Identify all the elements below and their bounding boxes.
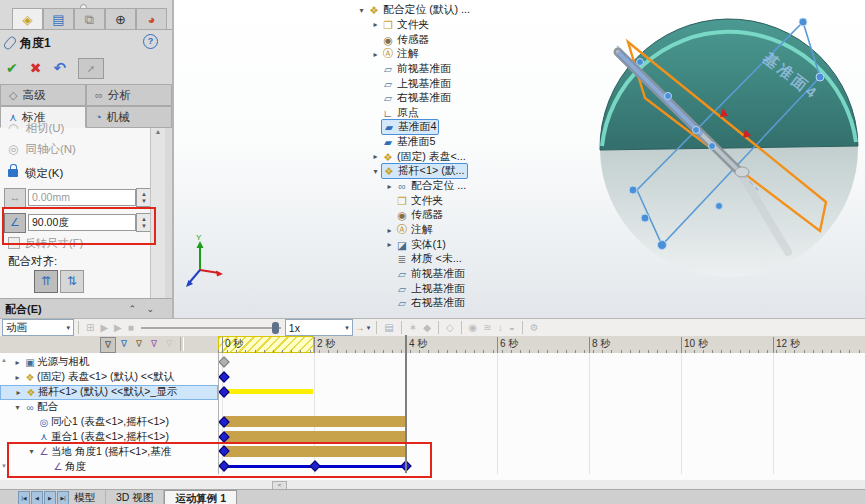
filter-results[interactable]: ∇ [162,337,176,351]
detach-button[interactable]: ➚ [78,58,104,79]
flyout-item-17[interactable]: ≣材质 <未... [384,252,464,267]
mate-type-lock[interactable]: 锁定(K) [8,164,63,182]
display-manager-tab[interactable]: ◕ [136,8,167,30]
mode-tab-0[interactable]: ◇高级 [0,84,86,106]
sheet-nav-button-1[interactable]: ◀ [31,491,43,504]
flyout-item-14[interactable]: ◉传感器 [384,208,445,223]
playback-speed-select[interactable]: 1x▾ [285,319,353,336]
change-bar-row-4[interactable] [224,416,405,427]
filter-animated[interactable]: ∇ [132,337,146,351]
distance-icon[interactable]: ↔ [4,188,26,208]
flyout-item-0[interactable]: ▾❖配合定位 (默认) ... [356,3,472,18]
change-bar-row-2[interactable] [224,389,313,394]
flyout-item-8[interactable]: ▰基准面4 [370,120,439,135]
motion-tree-item-2[interactable]: ▸❖摇杆<1> (默认) <<默认>_显示 [0,385,218,400]
flyout-item-16[interactable]: ▸◪实体(1) [384,237,448,252]
timeline-zoom-slider[interactable] [141,321,281,334]
feature-manager-tab[interactable]: ▤ [43,8,74,30]
expand-arrow-icon[interactable]: ▸ [370,20,381,29]
keyframe-row0-0[interactable] [218,356,229,367]
timeline-ruler[interactable]: 0 秒2 秒4 秒6 秒8 秒10 秒12 秒 [218,336,865,354]
dial-disc[interactable] [600,19,858,150]
motion-tree-item-0[interactable]: ▸▣光源与相机 [0,355,219,370]
mate-type-tangent[interactable]: ◠ 相切(U) [8,119,64,137]
expand-arrow-icon[interactable]: ▾ [370,167,381,176]
change-bar-row-5[interactable] [224,431,405,442]
motion-tree-item-1[interactable]: ▸❖(固定) 表盘<1> (默认) <<默认 [0,370,219,385]
ok-button[interactable]: ✔ [6,60,18,76]
stop-button[interactable]: ■ [128,322,134,333]
flyout-item-12[interactable]: ▸∞配合定位 ... [384,179,468,194]
flyout-item-10[interactable]: ▸❖(固定) 表盘<... [370,150,468,165]
graphics-area[interactable]: 基准面4 Y ▾❖配合定位 (默认) ...▸❐文件夹◉传感器▸Ⓐ注解▱前视基准… [172,0,865,318]
flyout-item-2[interactable]: ◉传感器 [370,32,431,47]
contact-button[interactable]: ◒ [509,322,515,333]
motion-tree-item-3[interactable]: ▾∞配合 [0,400,219,415]
mates-group-footer[interactable]: 配合(E) ⌃ ⌄ [0,298,172,319]
flyout-item-1[interactable]: ▸❐文件夹 [370,18,431,33]
play-button[interactable]: ▶ [114,322,122,333]
expand-arrow-icon[interactable]: ▸ [384,240,395,249]
expand-arrow-icon[interactable]: ▸ [12,358,23,367]
add-key-button[interactable]: ◇ [446,322,454,333]
play-from-start-button[interactable]: ▶ [100,322,108,333]
save-animation-button[interactable]: ▤ [384,322,393,333]
mate-type-concentric[interactable]: ◎ 同轴心(N) [8,140,76,158]
force-button[interactable]: ↓ [498,322,503,333]
flyout-item-3[interactable]: ▸Ⓐ注解 [370,47,421,62]
anti-aligned-button[interactable]: ⇅ [60,270,84,293]
motion-tree-item-4[interactable]: ◎同心1 (表盘<1>,摇杆<1>) [0,415,219,430]
motor-button[interactable]: ◉ [469,322,478,333]
collapse-carets[interactable]: ⌃ ⌄ [128,304,158,314]
expand-arrow-icon[interactable]: ▸ [12,373,23,382]
help-icon[interactable]: ? [143,34,158,49]
sheet-nav-button-2[interactable]: ▶ [44,491,56,504]
flyout-item-11[interactable]: ▾❖摇杆<1> (默... [370,164,468,179]
flyout-item-19[interactable]: ▱上视基准面 [384,281,467,296]
keyframe-row1-0[interactable] [218,371,229,382]
flyout-item-4[interactable]: ▱前视基准面 [370,62,453,77]
expand-arrow-icon[interactable]: ▾ [356,6,367,15]
flyout-item-7[interactable]: ∟原点 [370,106,421,121]
expand-arrow-icon[interactable]: ▸ [370,50,381,59]
spring-button[interactable]: ≋ [483,322,491,333]
flyout-item-label: 传感器 [409,208,445,222]
filter-selected[interactable]: ∇ [147,337,161,351]
tree-scroll-up[interactable]: ▲ [1,357,7,363]
filter-all[interactable]: ∇ [100,337,116,353]
properties-button[interactable]: ⚙ [530,322,539,333]
flyout-item-5[interactable]: ▱上视基准面 [370,76,453,91]
mode-tab-1[interactable]: ∞分析 [86,84,172,106]
undo-button[interactable]: ↶ [53,59,66,77]
configuration-manager-tab[interactable]: ⧉ [74,8,105,30]
playback-mode-button[interactable]: →▾ [355,322,371,333]
flyout-item-18[interactable]: ▱前视基准面 [384,267,467,282]
animation-wizard-button[interactable]: ✶ [409,322,417,333]
aligned-button[interactable]: ⇈ [34,270,58,293]
expand-arrow-icon[interactable]: ▾ [12,403,23,412]
slider-handle[interactable] [272,322,279,334]
calculate-button[interactable]: ⊞ [86,322,94,333]
cancel-button[interactable]: ✖ [30,60,42,76]
keyframe-row2-0[interactable] [218,386,229,397]
expand-arrow-icon[interactable]: ▸ [384,226,395,235]
dimxpert-manager-tab[interactable]: ⊕ [105,8,136,30]
expand-arrow-icon[interactable]: ▸ [370,152,381,161]
doc-tab-2[interactable]: 运动算例 1 [164,490,237,504]
property-manager-tab[interactable]: ◈ [12,8,43,30]
filter-driving[interactable]: ∇ [117,337,131,351]
mode-tab-3[interactable]: ◔机械 [86,106,172,128]
expand-arrow-icon[interactable]: ▸ [13,388,24,397]
doc-tab-1[interactable]: 3D 视图 [106,490,164,504]
flyout-item-6[interactable]: ▱右视基准面 [370,91,453,106]
key-button[interactable]: ◆ [423,322,431,333]
expand-arrow-icon[interactable]: ▸ [384,182,395,191]
distance-field[interactable]: 0.00mm [28,189,136,206]
flyout-item-15[interactable]: ▸Ⓐ注解 [384,223,435,238]
doc-tab-0[interactable]: 模型 [64,490,106,504]
flyout-item-13[interactable]: ❐文件夹 [384,193,445,208]
flyout-item-20[interactable]: ▱右视基准面 [384,296,467,311]
study-type-select[interactable]: 动画▾ [2,319,74,336]
sheet-nav-button-0[interactable]: |◀ [18,491,30,504]
flyout-item-9[interactable]: ▰基准面5 [370,135,437,150]
